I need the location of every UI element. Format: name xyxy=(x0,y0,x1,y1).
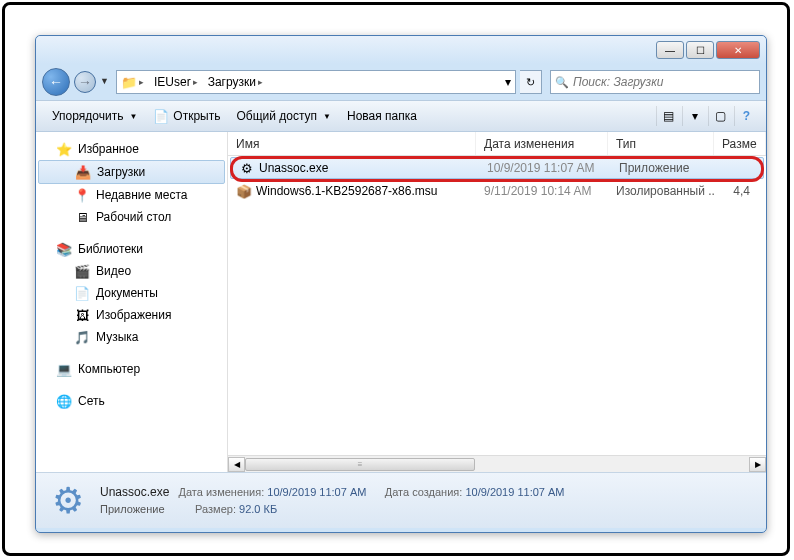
chevron-right-icon: ▸ xyxy=(191,77,200,87)
new-folder-button[interactable]: Новая папка xyxy=(339,106,425,126)
details-created-label: Дата создания: xyxy=(385,486,463,498)
address-dropdown[interactable]: ▾ xyxy=(501,71,515,93)
sidebar-desktop[interactable]: 🖥 Рабочий стол xyxy=(36,206,227,228)
scroll-left-button[interactable]: ◀ xyxy=(228,457,245,472)
breadcrumb-root[interactable]: 📁 ▸ xyxy=(117,71,150,93)
preview-pane-button[interactable]: ▢ xyxy=(708,106,732,126)
sidebar-recent[interactable]: 📍 Недавние места xyxy=(36,184,227,206)
minimize-button[interactable]: — xyxy=(656,41,684,59)
details-app-label: Приложение xyxy=(100,503,165,515)
sidebar-pictures[interactable]: 🖼 Изображения xyxy=(36,304,227,326)
open-button[interactable]: 📄 Открыть xyxy=(145,105,228,127)
desktop-icon: 🖥 xyxy=(74,209,90,225)
gear-icon: ⚙ xyxy=(239,160,255,176)
column-size[interactable]: Разме xyxy=(714,132,766,155)
breadcrumb-label: Загрузки xyxy=(208,75,256,89)
scroll-right-button[interactable]: ▶ xyxy=(749,457,766,472)
search-input[interactable] xyxy=(573,75,759,89)
star-icon: ⭐ xyxy=(56,141,72,157)
scroll-thumb[interactable]: ≡ xyxy=(245,458,475,471)
search-icon: 🔍 xyxy=(551,76,573,89)
sidebar-item-label: Документы xyxy=(96,286,158,300)
chevron-right-icon: ▸ xyxy=(256,77,265,87)
address-bar[interactable]: 📁 ▸ IEUser ▸ Загрузки ▸ ▾ xyxy=(116,70,516,94)
sidebar-item-label: Недавние места xyxy=(96,188,187,202)
gear-icon: ⚙ xyxy=(46,479,90,523)
titlebar: — ☐ ✕ xyxy=(36,36,766,64)
new-folder-label: Новая папка xyxy=(347,109,417,123)
close-button[interactable]: ✕ xyxy=(716,41,760,59)
sidebar-documents[interactable]: 📄 Документы xyxy=(36,282,227,304)
column-headers: Имя Дата изменения Тип Разме xyxy=(228,132,766,156)
sidebar-item-label: Музыка xyxy=(96,330,138,344)
sidebar-music[interactable]: 🎵 Музыка xyxy=(36,326,227,348)
sidebar-favorites[interactable]: ⭐ Избранное xyxy=(36,138,227,160)
details-size-value: 92.0 КБ xyxy=(239,503,277,515)
details-date-value: 10/9/2019 11:07 AM xyxy=(267,486,366,498)
view-mode-button[interactable]: ▤ xyxy=(656,106,680,126)
maximize-button[interactable]: ☐ xyxy=(686,41,714,59)
sidebar-libraries[interactable]: 📚 Библиотеки xyxy=(36,238,227,260)
scroll-track[interactable]: ≡ xyxy=(245,457,749,472)
sidebar-item-label: Сеть xyxy=(78,394,105,408)
forward-button[interactable]: → xyxy=(74,71,96,93)
file-size: 4,4 xyxy=(714,184,766,198)
file-row-kb[interactable]: 📦 Windows6.1-KB2592687-x86.msu 9/11/2019… xyxy=(228,180,766,202)
view-mode-dropdown[interactable]: ▾ xyxy=(682,106,706,126)
file-type: Изолированный ... xyxy=(608,184,714,198)
organize-button[interactable]: Упорядочить ▼ xyxy=(44,106,145,126)
video-icon: 🎬 xyxy=(74,263,90,279)
column-name[interactable]: Имя xyxy=(228,132,476,155)
network-icon: 🌐 xyxy=(56,393,72,409)
recent-icon: 📍 xyxy=(74,187,90,203)
horizontal-scrollbar[interactable]: ◀ ≡ ▶ xyxy=(228,455,766,472)
view-controls: ▤ ▾ ▢ ? xyxy=(656,106,758,126)
details-date-label: Дата изменения: xyxy=(179,486,265,498)
navigation-sidebar: ⭐ Избранное 📥 Загрузки 📍 Недавние места … xyxy=(36,132,228,472)
sidebar-downloads[interactable]: 📥 Загрузки xyxy=(38,160,225,184)
chevron-down-icon: ▼ xyxy=(323,112,331,121)
sidebar-computer[interactable]: 💻 Компьютер xyxy=(36,358,227,380)
computer-icon: 💻 xyxy=(56,361,72,377)
sidebar-item-label: Рабочий стол xyxy=(96,210,171,224)
sidebar-item-label: Библиотеки xyxy=(78,242,143,256)
share-label: Общий доступ xyxy=(236,109,317,123)
chevron-down-icon: ▼ xyxy=(129,112,137,121)
sidebar-network[interactable]: 🌐 Сеть xyxy=(36,390,227,412)
pictures-icon: 🖼 xyxy=(74,307,90,323)
sidebar-item-label: Компьютер xyxy=(78,362,140,376)
file-name: Unassoc.exe xyxy=(259,161,328,175)
share-button[interactable]: Общий доступ ▼ xyxy=(228,106,339,126)
search-box[interactable]: 🔍 xyxy=(550,70,760,94)
music-icon: 🎵 xyxy=(74,329,90,345)
file-date: 10/9/2019 11:07 AM xyxy=(479,161,611,175)
file-type: Приложение xyxy=(611,161,717,175)
column-type[interactable]: Тип xyxy=(608,132,714,155)
help-button[interactable]: ? xyxy=(734,106,758,126)
file-name: Windows6.1-KB2592687-x86.msu xyxy=(256,184,437,198)
file-list-area: Имя Дата изменения Тип Разме ⚙ Unassoc.e… xyxy=(228,132,766,472)
nav-history-dropdown[interactable]: ▼ xyxy=(100,76,112,88)
details-pane: ⚙ Unassoc.exe Дата изменения: 10/9/2019 … xyxy=(36,472,766,528)
file-list: ⚙ Unassoc.exe 10/9/2019 11:07 AM Приложе… xyxy=(228,156,766,455)
breadcrumb-label: IEUser xyxy=(154,75,191,89)
organize-label: Упорядочить xyxy=(52,109,123,123)
downloads-icon: 📥 xyxy=(75,164,91,180)
content-area: ⭐ Избранное 📥 Загрузки 📍 Недавние места … xyxy=(36,132,766,472)
back-button[interactable]: ← xyxy=(42,68,70,96)
column-date[interactable]: Дата изменения xyxy=(476,132,608,155)
details-info: Unassoc.exe Дата изменения: 10/9/2019 11… xyxy=(100,483,565,518)
document-icon: 📄 xyxy=(74,285,90,301)
libraries-icon: 📚 xyxy=(56,241,72,257)
refresh-button[interactable]: ↻ xyxy=(520,70,542,94)
sidebar-videos[interactable]: 🎬 Видео xyxy=(36,260,227,282)
breadcrumb-downloads[interactable]: Загрузки ▸ xyxy=(204,71,269,93)
breadcrumb-ieuser[interactable]: IEUser ▸ xyxy=(150,71,204,93)
screenshot-frame: — ☐ ✕ ← → ▼ 📁 ▸ IEUser ▸ Загрузки ▸ ▾ ↻ … xyxy=(2,2,790,556)
details-filename: Unassoc.exe xyxy=(100,485,169,499)
explorer-window: — ☐ ✕ ← → ▼ 📁 ▸ IEUser ▸ Загрузки ▸ ▾ ↻ … xyxy=(35,35,767,533)
toolbar: Упорядочить ▼ 📄 Открыть Общий доступ ▼ Н… xyxy=(36,100,766,132)
file-row-unassoc[interactable]: ⚙ Unassoc.exe 10/9/2019 11:07 AM Приложе… xyxy=(230,157,764,179)
address-row: ← → ▼ 📁 ▸ IEUser ▸ Загрузки ▸ ▾ ↻ 🔍 xyxy=(36,64,766,100)
sidebar-item-label: Видео xyxy=(96,264,131,278)
